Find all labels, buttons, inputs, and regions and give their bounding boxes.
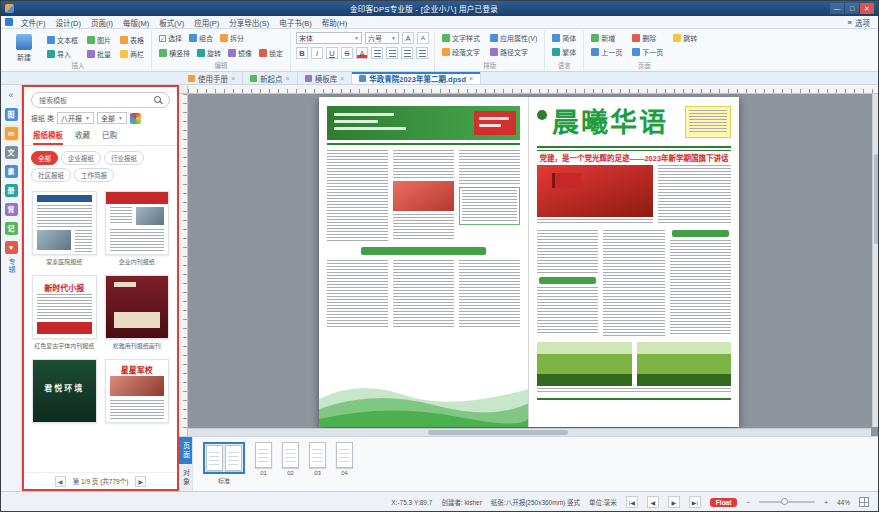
bold-button[interactable]: B	[296, 47, 308, 59]
scrollbar-thumb[interactable]	[874, 154, 879, 244]
grid-view-icon[interactable]	[859, 497, 869, 507]
search-icon[interactable]	[154, 96, 161, 103]
page-thumbnail[interactable]: 04	[336, 442, 353, 476]
newspaper-page-left[interactable]	[319, 97, 529, 427]
align-left-button[interactable]	[371, 47, 383, 59]
orientation-button[interactable]: 横竖排	[157, 47, 192, 59]
options-button[interactable]: 选项	[855, 17, 870, 28]
page-add-button[interactable]: 新增	[589, 32, 624, 44]
batch-button[interactable]: 批量	[85, 48, 113, 60]
tab-favorites[interactable]: 收藏	[75, 129, 90, 145]
tab-pages[interactable]: 页面	[179, 437, 192, 464]
page-jump-button[interactable]: 跳转	[671, 32, 699, 44]
zoom-in-button[interactable]: +	[824, 499, 828, 506]
insert-image-button[interactable]: 图片	[85, 34, 113, 46]
italic-button[interactable]: I	[311, 47, 323, 59]
horizontal-scrollbar[interactable]	[188, 428, 871, 436]
align-right-button[interactable]	[401, 47, 413, 59]
lock-button[interactable]: 锁定	[257, 47, 285, 59]
newspaper-page-right[interactable]: 晨曦华语 党建，是一个党光辉的足迹——2023年新学期国旗下讲话	[529, 97, 739, 427]
insert-textbox-button[interactable]: 文本框	[45, 34, 80, 46]
new-object-button[interactable]: 新建	[10, 32, 38, 62]
two-column-button[interactable]: 两栏	[118, 48, 146, 60]
close-button[interactable]: ✕	[860, 3, 874, 14]
scrollbar-thumb[interactable]	[428, 430, 568, 435]
tag-industry[interactable]: 行业报纸	[104, 151, 144, 165]
apply-props-button[interactable]: 应用属性(V)	[488, 32, 539, 44]
home-icon[interactable]	[5, 18, 13, 26]
strikethrough-button[interactable]: S	[341, 47, 353, 59]
strip-album-button[interactable]: 册	[3, 182, 20, 198]
template-card[interactable]: 蒙泰医院报纸	[32, 191, 97, 266]
menu-page[interactable]: 页面(I)	[86, 16, 118, 29]
page-thumbnail[interactable]: 01	[255, 442, 272, 476]
rotate-button[interactable]: 旋转	[195, 47, 223, 59]
zoom-slider[interactable]	[759, 501, 815, 503]
zoom-out-button[interactable]: −	[746, 499, 750, 506]
strip-notes-button[interactable]: 记	[3, 220, 20, 236]
doc-tab-newstart[interactable]: 新起点×	[243, 72, 298, 84]
font-enlarge-button[interactable]: A	[402, 32, 414, 44]
maximize-button[interactable]: □	[845, 3, 859, 14]
font-size-select[interactable]: 六号▼	[365, 32, 399, 44]
tag-community[interactable]: 社区报纸	[31, 168, 71, 182]
tab-newspaper-templates[interactable]: 报纸模板	[33, 129, 63, 145]
strip-collections-button[interactable]: 专辑	[3, 258, 20, 274]
color-filter-icon[interactable]	[130, 113, 141, 124]
menu-file[interactable]: 文件(F)	[16, 16, 51, 29]
menu-board[interactable]: 每版(M)	[118, 16, 154, 29]
strip-text-button[interactable]: 文	[3, 144, 20, 160]
group-button[interactable]: 组合	[187, 32, 215, 44]
page-next-icon[interactable]: ▶	[135, 476, 146, 487]
close-tab-icon[interactable]: ×	[231, 75, 235, 82]
path-text-button[interactable]: 路径文字	[488, 46, 539, 58]
strip-favorites-button[interactable]: ♥	[3, 239, 20, 255]
font-color-button[interactable]: A	[356, 47, 368, 59]
menu-design[interactable]: 设计(D)	[51, 16, 86, 29]
page-delete-button[interactable]: 删除	[630, 32, 665, 44]
next-page-button[interactable]: ▶	[668, 496, 680, 508]
paper-size-select[interactable]: 八开报▼	[57, 112, 94, 124]
menu-share-export[interactable]: 分享导出(S)	[224, 16, 274, 29]
template-card[interactable]: 企业内刊报纸	[105, 191, 170, 266]
font-family-select[interactable]: 宋体▼	[296, 32, 362, 44]
first-page-button[interactable]: |◀	[626, 496, 638, 508]
master-thumbnail[interactable]: 标准	[203, 442, 245, 485]
align-center-button[interactable]	[386, 47, 398, 59]
strip-template-button[interactable]: m	[3, 125, 20, 141]
strip-gallery-button[interactable]: 图	[3, 106, 20, 122]
page-prev-icon[interactable]: ◀	[55, 476, 66, 487]
page-spread[interactable]: 晨曦华语 党建，是一个党光辉的足迹——2023年新学期国旗下讲话	[319, 97, 739, 427]
page-thumbnail[interactable]: 03	[309, 442, 326, 476]
tag-enterprise[interactable]: 企业报纸	[61, 151, 101, 165]
doc-tab-current[interactable]: 华政青院2023年第二期.dpsd×	[352, 72, 481, 84]
menu-apply[interactable]: 应用(P)	[189, 16, 224, 29]
close-tab-icon[interactable]: ×	[286, 75, 290, 82]
select-toggle[interactable]: ✓选择	[157, 32, 184, 44]
vertical-scrollbar[interactable]	[872, 94, 879, 427]
zoom-slider-handle[interactable]	[781, 498, 788, 505]
simplified-button[interactable]: 简体	[550, 32, 578, 44]
text-style-button[interactable]: 文字样式	[440, 32, 482, 44]
tab-purchased[interactable]: 已购	[102, 129, 117, 145]
insert-table-button[interactable]: 表格	[118, 34, 146, 46]
template-card[interactable]: 松雅用刊报纸画刊	[105, 275, 170, 350]
template-card[interactable]: 星星军校	[105, 359, 170, 425]
hamburger-icon[interactable]: ≡	[848, 18, 852, 27]
ungroup-button[interactable]: 拆分	[218, 32, 246, 44]
tab-objects[interactable]: 对象	[179, 464, 192, 491]
close-tab-icon[interactable]: ×	[340, 75, 344, 82]
page-thumbnail[interactable]: 02	[282, 442, 299, 476]
scope-select[interactable]: 全部▼	[97, 112, 127, 124]
tag-work-brief[interactable]: 工作简报	[74, 168, 114, 182]
tag-all[interactable]: 全部	[31, 151, 58, 165]
menu-layout[interactable]: 板式(V)	[154, 16, 189, 29]
template-card[interactable]: 新时代小报 红色复古字体内刊报纸	[32, 275, 97, 350]
doc-tab-template-lib[interactable]: 模板库×	[298, 72, 353, 84]
menu-help[interactable]: 帮助(H)	[317, 16, 352, 29]
prev-page-button[interactable]: ◀	[647, 496, 659, 508]
page-next-button[interactable]: 下一页	[630, 46, 665, 58]
align-justify-button[interactable]	[416, 47, 428, 59]
minimize-button[interactable]: —	[830, 3, 844, 14]
close-tab-icon[interactable]: ×	[469, 75, 473, 82]
